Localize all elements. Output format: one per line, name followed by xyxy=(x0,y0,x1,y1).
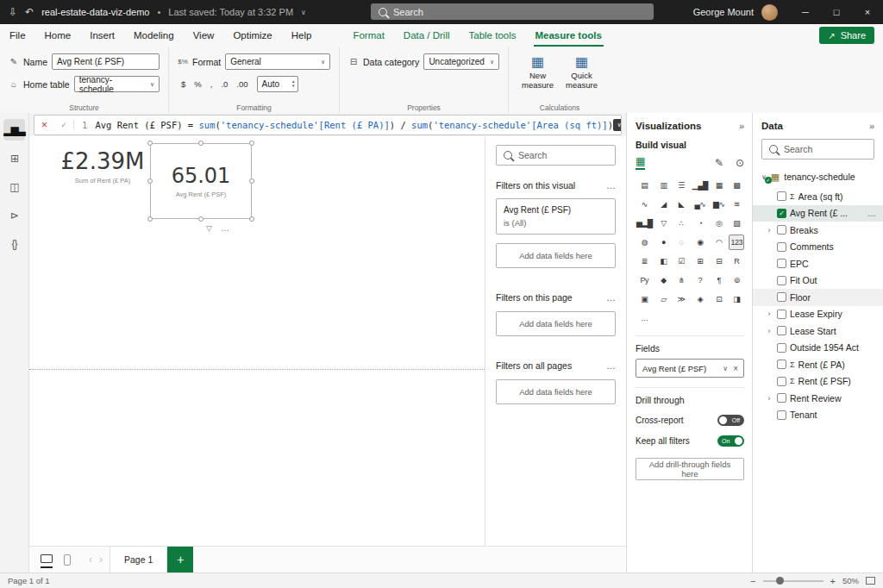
format-button-item[interactable]: $ xyxy=(178,77,189,92)
expand-chevron-icon[interactable]: › xyxy=(765,310,773,318)
field-checkbox[interactable] xyxy=(777,259,786,268)
visual-filter-icon[interactable]: ▽ xyxy=(206,224,212,233)
commit-formula-icon[interactable]: ✓ xyxy=(54,120,74,129)
selection-handle[interactable] xyxy=(198,216,204,222)
selection-handle[interactable] xyxy=(147,178,153,184)
collapse-pane-icon[interactable]: » xyxy=(739,121,744,131)
previous-page-icon[interactable]: ‹ xyxy=(89,554,92,566)
mobile-view-button[interactable] xyxy=(64,551,71,569)
visual-type-map[interactable]: ◍ xyxy=(636,235,654,250)
field-checkbox[interactable] xyxy=(777,343,786,353)
zoom-slider[interactable] xyxy=(763,580,824,582)
visual-type-clustered-bar-chart[interactable]: ☰ xyxy=(673,178,689,193)
card-visual-rent-pa[interactable]: £2.39M Sum of Rent (£ PA) xyxy=(45,148,160,185)
field-row-avg-rent[interactable]: ✓Avg Rent (£ ...… xyxy=(753,205,883,222)
field-checkbox[interactable] xyxy=(777,191,786,201)
visual-type-scatter-chart[interactable]: ∴ xyxy=(673,216,689,231)
zoom-slider-thumb[interactable] xyxy=(776,577,784,585)
format-button-item[interactable]: % xyxy=(191,77,204,92)
tab-measure-tools[interactable]: Measure tools xyxy=(526,24,611,47)
card-visual-avg-rent-selected[interactable]: 65.01 Avg Rent (£ PSF) xyxy=(150,143,252,219)
visual-type-matrix[interactable]: ⊟ xyxy=(711,253,727,269)
visual-type-decomposition-tree[interactable]: ⋔ xyxy=(673,272,689,288)
field-row-rent-review[interactable]: ›Rent Review xyxy=(753,390,883,407)
add-data-fields-dropzone[interactable]: Add data fields here xyxy=(496,379,616,404)
field-row-rent-pa[interactable]: ΣRent (£ PA) xyxy=(753,356,883,373)
visual-type-shape-map[interactable]: ◌ xyxy=(673,235,689,250)
visual-type-line-chart[interactable]: ∿ xyxy=(636,197,654,212)
cross-report-toggle[interactable]: Off xyxy=(717,415,744,426)
add-data-fields-dropzone[interactable]: Add data fields here xyxy=(496,311,616,336)
analytics-icon[interactable]: ⊙ xyxy=(736,157,744,169)
field-checkbox[interactable] xyxy=(777,242,786,252)
field-row-outside-1954-act[interactable]: Outside 1954 Act xyxy=(753,340,883,357)
field-row-breaks[interactable]: ›Breaks xyxy=(753,222,883,239)
share-button[interactable]: ↗ Share xyxy=(819,27,874,44)
file-menu-chevron-icon[interactable]: ∨ xyxy=(301,9,306,16)
field-row-area-sq-ft[interactable]: ΣArea (sq ft) xyxy=(753,188,883,205)
visual-type-stacked-bar-chart[interactable]: ▤ xyxy=(636,178,654,193)
model-view-icon[interactable]: ◫ xyxy=(3,176,25,197)
selection-handle[interactable] xyxy=(198,141,204,146)
visual-type-arcgis-map[interactable]: ◈ xyxy=(692,291,709,307)
tab-format[interactable]: Format xyxy=(343,24,393,47)
visual-type-slicer[interactable]: ☑ xyxy=(673,253,689,269)
new-measure-button[interactable]: ▦ New measure xyxy=(517,53,558,91)
format-button-0[interactable]: .0 xyxy=(217,77,231,92)
visual-type-python-visual[interactable]: Py xyxy=(636,272,654,288)
quick-measure-button[interactable]: ▦ Quick measure xyxy=(561,53,602,91)
format-visual-icon[interactable]: ✎ xyxy=(715,157,723,169)
field-checkbox[interactable] xyxy=(777,225,786,235)
global-search-input[interactable]: Search xyxy=(371,3,654,20)
selection-handle[interactable] xyxy=(147,216,153,222)
more-options-icon[interactable]: … xyxy=(606,360,616,371)
field-row-floor[interactable]: Floor xyxy=(753,289,883,306)
collapse-pane-icon[interactable]: » xyxy=(869,121,874,131)
field-checkbox[interactable] xyxy=(777,410,786,420)
more-options-icon[interactable]: … xyxy=(606,180,616,191)
visual-type-card[interactable]: 123 xyxy=(729,235,744,250)
visual-type-filled-map[interactable]: ● xyxy=(656,235,672,250)
field-more-options-icon[interactable]: … xyxy=(867,209,876,218)
field-row-lease-start[interactable]: ›Lease Start xyxy=(753,322,883,340)
field-row-rent-psf[interactable]: ΣRent (£ PSF) xyxy=(753,373,883,391)
home-table-select[interactable]: tenancy-schedule ∨ xyxy=(74,76,160,92)
remove-field-icon[interactable]: × xyxy=(733,364,738,373)
visual-type-donut-chart[interactable]: ◎ xyxy=(711,216,727,231)
visual-type-r-script-visual[interactable]: R xyxy=(729,253,744,269)
visual-type-line-and-clustered-column-chart[interactable]: ▆∿ xyxy=(711,197,727,212)
expand-chevron-icon[interactable]: › xyxy=(765,394,773,403)
visual-type-ribbon-chart[interactable]: ≋ xyxy=(729,197,744,212)
tab-modeling[interactable]: Modeling xyxy=(124,24,184,47)
drill-through-dropzone[interactable]: Add drill-through fields here xyxy=(636,458,744,480)
cancel-formula-icon[interactable]: × xyxy=(34,119,54,131)
visual-type-line-and-stacked-column-chart[interactable]: ▄∿ xyxy=(692,197,709,212)
field-row-comments[interactable]: Comments xyxy=(753,239,883,256)
keep-all-filters-toggle[interactable]: On xyxy=(717,435,744,447)
field-well-avg-rent[interactable]: Avg Rent (£ PSF) ∨ × xyxy=(636,359,744,378)
next-page-icon[interactable]: › xyxy=(99,554,103,566)
chevron-down-icon[interactable]: ∨ xyxy=(723,365,728,372)
field-checkbox[interactable] xyxy=(777,360,786,369)
more-options-icon[interactable]: … xyxy=(606,292,616,303)
tab-optimize[interactable]: Optimize xyxy=(223,24,281,47)
field-row-epc[interactable]: EPC xyxy=(753,255,883,272)
visual-type-funnel-chart[interactable]: ▽ xyxy=(656,216,672,231)
field-checkbox[interactable] xyxy=(777,393,786,403)
minimize-button[interactable]: ─ xyxy=(790,0,821,24)
add-data-fields-dropzone[interactable]: Add data fields here xyxy=(496,243,616,268)
save-icon[interactable]: ⇩ xyxy=(9,7,17,17)
measure-name-input[interactable]: Avg Rent (£ PSF) xyxy=(52,53,160,70)
tab-view[interactable]: View xyxy=(184,24,224,47)
field-checkbox[interactable] xyxy=(777,377,786,386)
visual-type-new-card[interactable]: ⊡ xyxy=(711,291,727,307)
visual-type-treemap[interactable]: ▧ xyxy=(729,216,744,231)
selection-handle[interactable] xyxy=(147,141,153,146)
visual-type-area-chart[interactable]: ◢ xyxy=(656,197,672,212)
field-checkbox[interactable] xyxy=(777,326,786,335)
visual-type-more-visuals[interactable]: … xyxy=(636,310,654,326)
visual-type-stacked-area-chart[interactable]: ◣ xyxy=(673,197,689,212)
visual-type-metrics[interactable]: ⊚ xyxy=(729,272,744,288)
user-name[interactable]: George Mount xyxy=(693,7,754,17)
field-row-lease-expiry[interactable]: ›Lease Expiry xyxy=(753,306,883,323)
